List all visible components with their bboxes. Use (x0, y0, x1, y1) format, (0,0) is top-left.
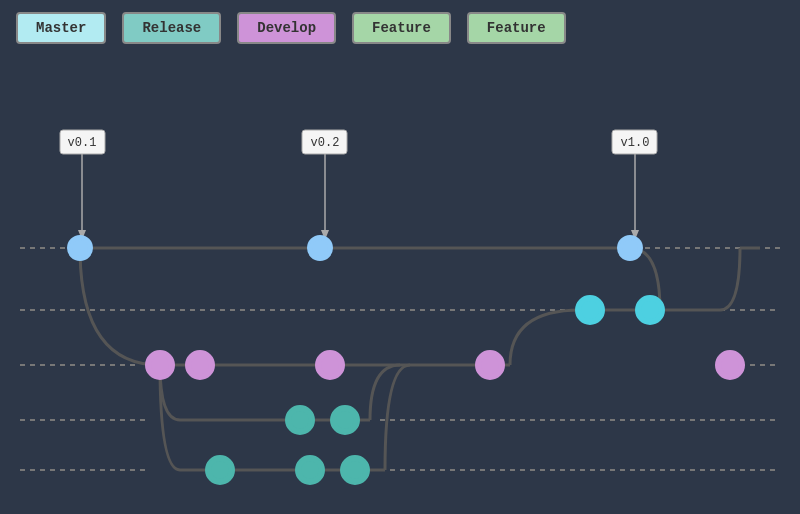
svg-text:v0.1: v0.1 (68, 136, 97, 150)
svg-point-30 (72, 240, 88, 256)
svg-text:v0.2: v0.2 (311, 136, 340, 150)
svg-point-50 (291, 411, 309, 429)
git-flow-diagram: v0.1 v0.2 v1.0 (0, 0, 800, 514)
svg-point-46 (481, 356, 499, 374)
svg-point-38 (641, 301, 659, 319)
svg-point-42 (191, 356, 209, 374)
svg-point-44 (321, 356, 339, 374)
svg-point-40 (151, 356, 169, 374)
svg-text:v1.0: v1.0 (621, 136, 650, 150)
svg-point-56 (301, 461, 319, 479)
svg-point-36 (581, 301, 599, 319)
svg-point-58 (346, 461, 364, 479)
svg-point-48 (721, 356, 739, 374)
svg-point-34 (622, 240, 638, 256)
svg-point-52 (336, 411, 354, 429)
svg-point-32 (312, 240, 328, 256)
svg-point-54 (211, 461, 229, 479)
